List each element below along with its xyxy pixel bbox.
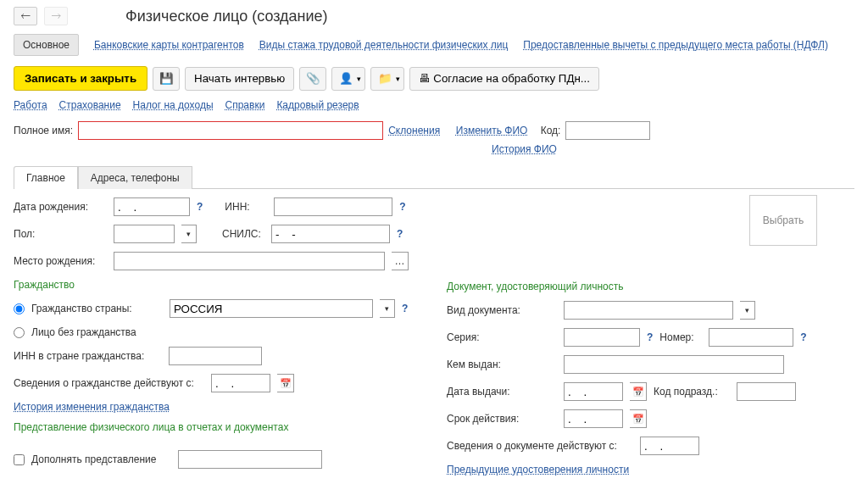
number-input[interactable]	[709, 328, 793, 347]
stateless-radio[interactable]	[14, 327, 25, 338]
citizenship-valid-date-button[interactable]: 📅	[277, 374, 294, 392]
citizenship-country-radio[interactable]	[14, 303, 25, 314]
representation-title: Представление физического лица в отчетах…	[14, 421, 421, 433]
issue-date-label: Дата выдачи:	[447, 386, 557, 398]
consent-button[interactable]: 🖶 Согласие на обработку ПДн...	[409, 67, 599, 91]
save-button[interactable]: 💾	[153, 67, 180, 91]
birthplace-input[interactable]	[114, 252, 385, 270]
birth-help-icon[interactable]: ?	[197, 201, 203, 213]
citizenship-title: Гражданство	[14, 279, 421, 291]
prev-docs-link[interactable]: Предыдущие удостоверения личности	[447, 464, 854, 476]
link-work[interactable]: Работа	[14, 99, 47, 111]
birthplace-select-button[interactable]: …	[392, 252, 409, 270]
dept-code-input[interactable]	[737, 382, 796, 401]
foreign-inn-input[interactable]	[169, 347, 262, 365]
number-help-icon[interactable]: ?	[800, 331, 806, 343]
birth-label: Дата рождения:	[14, 201, 107, 213]
link-insurance[interactable]: Страхование	[59, 99, 121, 111]
chevron-down-icon: ▾	[357, 75, 361, 83]
citizenship-history-link[interactable]: История изменения гражданства	[14, 401, 421, 413]
issued-by-label: Кем выдан:	[447, 359, 557, 370]
country-input[interactable]	[170, 299, 373, 318]
snils-label: СНИЛС:	[222, 228, 264, 240]
country-dropdown-button[interactable]: ▾	[380, 299, 395, 318]
birthplace-label: Место рождения:	[14, 255, 107, 267]
birth-input[interactable]	[114, 197, 190, 216]
fullname-label: Полное имя:	[14, 125, 73, 136]
save-close-button[interactable]: Записать и закрыть	[14, 66, 147, 91]
link-references[interactable]: Справки	[225, 99, 265, 111]
link-reserve[interactable]: Кадровый резерв	[276, 99, 359, 111]
back-button[interactable]: 🡐	[14, 7, 37, 25]
link-deductions[interactable]: Предоставленные вычеты с предыдущего мес…	[523, 39, 828, 51]
doc-type-label: Вид документа:	[447, 304, 557, 316]
doc-valid-label: Сведения о документе действуют с:	[447, 440, 633, 452]
snils-help-icon[interactable]: ?	[397, 228, 403, 240]
edit-fio-link[interactable]: Изменить ФИО	[456, 125, 528, 136]
page-title: Физическое лицо (создание)	[125, 8, 328, 25]
doc-type-dropdown-button[interactable]: ▾	[740, 301, 755, 320]
folder-menu-button[interactable]: 📁 ▾	[370, 67, 404, 91]
issued-by-input[interactable]	[564, 355, 784, 374]
stateless-label: Лицо без гражданства	[31, 326, 125, 338]
page-tab-addresses[interactable]: Адреса, телефоны	[78, 166, 192, 189]
inn-help-icon[interactable]: ?	[399, 201, 405, 213]
series-label: Серия:	[447, 331, 557, 343]
code-label: Код:	[541, 125, 561, 136]
gender-label: Пол:	[14, 228, 107, 240]
append-label: Дополнять представление	[31, 453, 171, 465]
tab-main[interactable]: Основное	[14, 34, 79, 56]
doc-valid-input[interactable]	[640, 437, 699, 455]
inn-input[interactable]	[274, 197, 392, 216]
issue-date-button[interactable]: 📅	[630, 382, 647, 401]
issue-date-input[interactable]	[564, 382, 623, 401]
number-label: Номер:	[659, 331, 702, 343]
select-photo-button[interactable]: Выбрать	[749, 195, 817, 246]
series-help-icon[interactable]: ?	[647, 331, 653, 343]
chevron-down-icon: ▾	[396, 75, 400, 83]
fullname-input[interactable]	[78, 121, 383, 140]
start-interview-button[interactable]: Начать интервью	[185, 67, 294, 91]
citizenship-valid-label: Сведения о гражданстве действуют с:	[14, 377, 204, 389]
country-label: Гражданство страны:	[31, 303, 163, 314]
code-input[interactable]	[565, 121, 650, 140]
expiry-label: Срок действия:	[447, 413, 557, 425]
gender-input[interactable]	[114, 225, 175, 243]
snils-input[interactable]	[271, 225, 390, 243]
person-menu-button[interactable]: 👤 ▾	[331, 67, 365, 91]
citizenship-valid-input[interactable]	[211, 374, 270, 392]
link-bank-cards[interactable]: Банковские карты контрагентов	[94, 39, 244, 51]
append-repr-checkbox[interactable]	[14, 454, 25, 465]
folder-icon: 📁	[378, 72, 392, 85]
paperclip-icon: 📎	[306, 72, 320, 85]
link-income-tax[interactable]: Налог на доходы	[133, 99, 214, 111]
expiry-date-button[interactable]: 📅	[630, 409, 647, 428]
doc-type-input[interactable]	[564, 301, 733, 320]
declension-link[interactable]: Склонения	[388, 125, 440, 136]
link-experience-types[interactable]: Виды стажа трудовой деятельности физичес…	[259, 39, 508, 51]
expiry-input[interactable]	[564, 409, 623, 428]
printer-icon: 🖶	[419, 72, 430, 85]
append-input[interactable]	[178, 450, 322, 469]
attach-button[interactable]: 📎	[299, 67, 326, 91]
country-help-icon[interactable]: ?	[402, 303, 408, 314]
inn-label: ИНН:	[225, 201, 267, 213]
save-icon: 💾	[159, 72, 174, 85]
page-tab-main[interactable]: Главное	[14, 166, 78, 189]
dept-code-label: Код подразд.:	[654, 386, 730, 398]
forward-button[interactable]: 🡒	[44, 7, 68, 25]
series-input[interactable]	[564, 328, 640, 347]
foreign-inn-label: ИНН в стране гражданства:	[14, 350, 162, 362]
gender-dropdown-button[interactable]: ▾	[181, 225, 197, 243]
person-icon: 👤	[339, 72, 353, 85]
document-title: Документ, удостоверяющий личность	[447, 281, 854, 292]
fio-history-link[interactable]: История ФИО	[492, 143, 557, 155]
